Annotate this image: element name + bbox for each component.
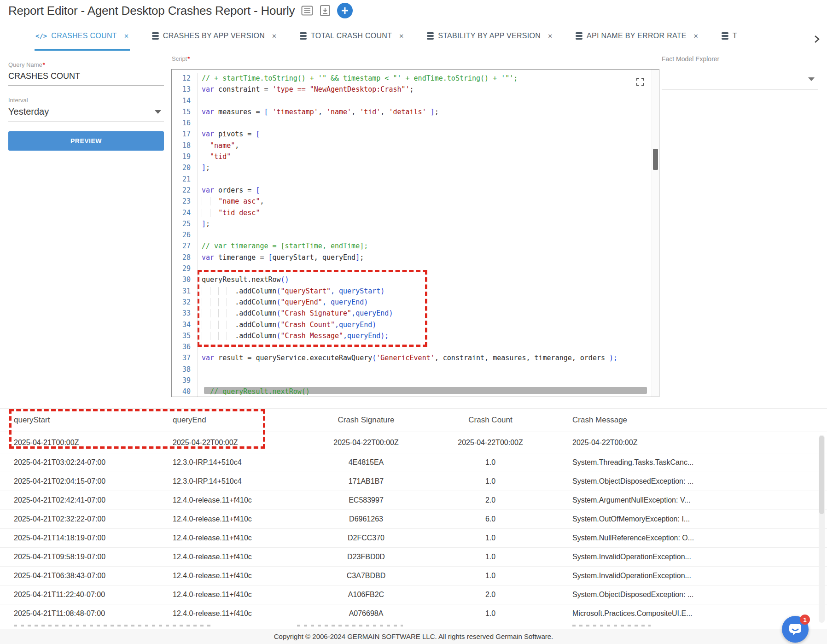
code-line-19: 19 "tid" <box>172 151 659 162</box>
table-cell: Microsoft.Practices.CompositeUI.E... <box>546 609 827 618</box>
code-text: var orders = [ <box>198 185 260 196</box>
table-cell: C3A7BDBD <box>297 572 435 580</box>
table-row: 2025-04-21T14:18:19-07:0012.4.0-release.… <box>0 529 827 548</box>
table-cell: EC583997 <box>297 496 435 504</box>
tab-stability-by-app-version[interactable]: STABILITY BY APP VERSION✕ <box>426 23 553 51</box>
line-number: 31 <box>172 286 198 297</box>
line-number: 33 <box>172 308 198 319</box>
close-icon[interactable]: ✕ <box>272 33 277 40</box>
code-line-30: 30queryResult.nextRow() <box>172 274 659 285</box>
code-text: "tid desc" <box>198 207 260 218</box>
table-cell: 12.3.0-IRP.14+510c4 <box>159 477 297 486</box>
tab-total-crash-count[interactable]: TOTAL CRASH COUNT✕ <box>299 23 405 51</box>
column-header-crash-count[interactable]: Crash Count <box>435 416 546 425</box>
code-text: var result = queryService.executeRawQuer… <box>198 352 617 363</box>
query-name-input[interactable]: CRASHES COUNT <box>8 68 164 86</box>
table-vertical-scrollbar[interactable] <box>819 435 825 623</box>
line-number: 20 <box>172 162 198 173</box>
code-line-37: 37var result = queryService.executeRawQu… <box>172 352 659 363</box>
table-row: 2025-04-21T11:22:40-07:0012.4.0-release.… <box>0 585 827 604</box>
table-cell: 12.4.0-release.11+f410c <box>159 591 297 599</box>
table-cell: A076698A <box>297 609 435 618</box>
save-report-icon[interactable] <box>320 5 331 17</box>
required-asterisk: * <box>43 61 45 68</box>
table-cell: System.ObjectDisposedException: ... <box>546 591 827 599</box>
report-list-icon[interactable] <box>301 5 313 17</box>
table-cell: 2025-04-21T14:18:19-07:00 <box>0 534 159 542</box>
code-text: .addColumn("Crash Signature",queryEnd) <box>198 308 393 319</box>
chat-bubble-icon <box>788 622 802 636</box>
table-cell: 2025-04-22T00:00Z <box>159 439 297 447</box>
code-text: .addColumn("Crash Message",queryEnd); <box>198 330 389 341</box>
editor-vertical-scrollbar[interactable] <box>653 149 658 170</box>
code-text <box>198 341 202 352</box>
results-table: queryStartqueryEndCrash SignatureCrash C… <box>0 408 827 629</box>
table-cell: 2025-04-22T00:00Z <box>297 439 435 447</box>
line-number: 38 <box>172 364 198 375</box>
table-cell: 12.4.0-release.11+f410c <box>159 609 297 618</box>
close-icon[interactable]: ✕ <box>124 33 129 40</box>
line-number: 16 <box>172 117 198 129</box>
table-cell: 2025-04-22T00:00Z <box>435 439 546 447</box>
code-text: "name asc", <box>198 196 264 207</box>
fact-model-explorer-label: Fact Model Explorer <box>662 55 719 63</box>
table-cell: System.Threading.Tasks.TaskCanc... <box>546 458 827 467</box>
code-line-33: 33 .addColumn("Crash Signature",queryEnd… <box>172 308 659 319</box>
preview-button[interactable]: PREVIEW <box>8 131 164 151</box>
tab-crashes-count[interactable]: </>CRASHES COUNT✕ <box>35 23 130 51</box>
line-number: 25 <box>172 218 198 229</box>
tab-t[interactable]: T <box>721 23 738 51</box>
table-cell: 2025-04-21T02:42:41-07:00 <box>0 496 159 504</box>
line-number: 27 <box>172 240 198 252</box>
close-icon[interactable]: ✕ <box>547 33 553 40</box>
line-number: 26 <box>172 229 198 240</box>
table-cell: 1.0 <box>435 572 546 580</box>
code-line-31: 31 .addColumn("queryStart", queryStart) <box>172 286 659 297</box>
close-icon[interactable]: ✕ <box>399 33 404 40</box>
code-text: ]; <box>198 162 210 173</box>
code-line-36: 36 <box>172 341 659 352</box>
code-text: queryResult.nextRow() <box>198 274 289 285</box>
close-icon[interactable]: ✕ <box>693 33 699 40</box>
tab-label: TOTAL CRASH COUNT <box>311 32 392 40</box>
notification-badge: 1 <box>800 615 810 625</box>
chevron-right-icon[interactable] <box>813 34 827 51</box>
tab-crashes-by-app-version[interactable]: CRASHES BY APP VERSION✕ <box>151 23 278 51</box>
code-text: var constraint = 'type == "NewAgentDeskt… <box>198 84 414 95</box>
script-editor[interactable]: 12// + startTime.toString() + '" && time… <box>171 69 659 397</box>
interval-select[interactable]: Yesterday <box>8 104 164 122</box>
page-title: Report Editor - Agent Desktop Crashes Re… <box>8 4 295 18</box>
code-text <box>198 95 202 106</box>
column-header-crash-signature[interactable]: Crash Signature <box>297 416 435 425</box>
code-text <box>198 375 202 386</box>
chat-widget-button[interactable]: 1 <box>782 616 809 643</box>
code-lines: 12// + startTime.toString() + '" && time… <box>172 70 659 397</box>
fact-model-explorer-select[interactable] <box>662 69 818 89</box>
column-header-queryend[interactable]: queryEnd <box>159 416 297 425</box>
code-text: .addColumn("Crash Count",queryEnd) <box>198 319 376 330</box>
code-line-12: 12// + startTime.toString() + '" && time… <box>172 73 659 84</box>
tab-label: CRASHES BY APP VERSION <box>163 32 265 40</box>
fullscreen-icon[interactable] <box>635 77 645 88</box>
column-header-querystart[interactable]: queryStart <box>0 416 159 425</box>
table-cell: System.ArgumentNullException: V... <box>546 496 827 504</box>
code-text: var timerange = [queryStart, queryEnd]; <box>198 252 364 263</box>
table-row: 2025-04-21T02:04:15-07:0012.3.0-IRP.14+5… <box>0 472 827 491</box>
code-line-38: 38 <box>172 364 659 375</box>
report-editor-page: Report Editor - Agent Desktop Crashes Re… <box>0 0 827 644</box>
line-number: 36 <box>172 341 198 352</box>
table-cell: 2025-04-21T09:58:19-07:00 <box>0 553 159 561</box>
table-row: 2025-04-21T02:42:41-07:0012.4.0-release.… <box>0 491 827 510</box>
table-cell: System.InvalidOperationException... <box>546 572 827 580</box>
table-cell: 4E4815EA <box>297 458 435 467</box>
table-cell: D6961263 <box>297 515 435 523</box>
line-number: 21 <box>172 174 198 185</box>
table-cell: 2025-04-21T11:22:40-07:00 <box>0 591 159 599</box>
code-text: // var timerange = [startTime, endTime]; <box>198 240 368 252</box>
add-report-button[interactable] <box>337 3 353 18</box>
column-header-crash-message[interactable]: Crash Message <box>546 416 827 425</box>
code-line-18: 18 "name", <box>172 140 659 151</box>
tab-api-name-by-error-rate[interactable]: API NAME BY ERROR RATE✕ <box>575 23 699 51</box>
code-line-35: 35 .addColumn("Crash Message",queryEnd); <box>172 330 659 341</box>
line-number: 17 <box>172 129 198 140</box>
